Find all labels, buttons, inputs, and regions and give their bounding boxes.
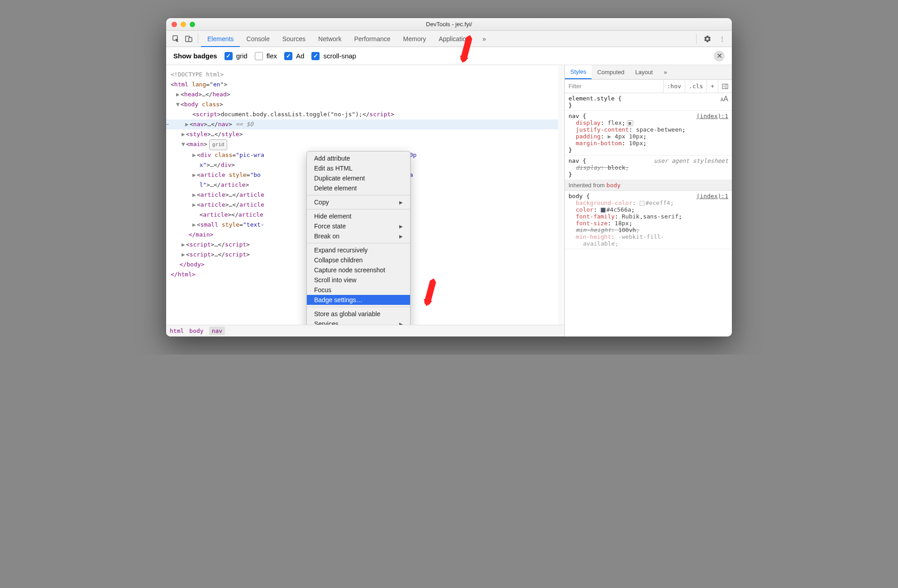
menu-capture-screenshot[interactable]: Capture node screenshot <box>307 265 410 275</box>
checkbox-icon <box>255 52 263 60</box>
ua-label: user agent stylesheet <box>654 157 728 164</box>
inherited-from-header: Inherited from body <box>565 180 732 191</box>
rule-element-style[interactable]: element.style {AA } <box>565 93 732 111</box>
hov-button[interactable]: :hov <box>663 80 685 93</box>
context-menu: Add attribute Edit as HTML Duplicate ele… <box>306 151 411 331</box>
tab-sources[interactable]: Sources <box>276 31 312 47</box>
dom-node[interactable]: <!DOCTYPE html> <box>171 70 563 80</box>
badge-toggle-grid[interactable]: grid <box>224 52 248 60</box>
rule-nav-ua[interactable]: nav {user agent stylesheet display: bloc… <box>565 156 732 180</box>
scrollbar[interactable] <box>558 65 564 325</box>
dom-node[interactable]: ▼<body class> <box>171 100 563 109</box>
more-styles-tabs[interactable]: » <box>658 65 672 79</box>
badges-bar: Show badges grid flex Ad scroll-snap ✕ <box>166 47 732 65</box>
toolbar-divider <box>696 34 697 44</box>
content-area: <!DOCTYPE html> <html lang="en"> ▶<head>… <box>166 65 732 337</box>
checkbox-icon <box>224 52 233 60</box>
dom-node[interactable]: <script>document.body.classList.toggle("… <box>171 109 563 119</box>
arrow-annotation-icon <box>414 279 448 314</box>
menu-separator <box>307 209 410 209</box>
new-rule-button[interactable]: + <box>707 80 718 93</box>
sidebar-toggle-icon[interactable] <box>718 80 732 93</box>
tab-layout[interactable]: Layout <box>630 65 658 79</box>
tab-computed[interactable]: Computed <box>592 65 630 79</box>
tab-console[interactable]: Console <box>240 31 276 47</box>
menu-separator <box>307 243 410 243</box>
breadcrumb-item-active[interactable]: nav <box>209 327 225 335</box>
menu-force-state[interactable]: Force state▶ <box>307 221 410 231</box>
tab-styles[interactable]: Styles <box>565 65 592 79</box>
menu-duplicate-element[interactable]: Duplicate element <box>307 173 410 183</box>
styles-rules: element.style {AA } nav {(index):1 displ… <box>565 93 732 337</box>
rule-body[interactable]: body {(index):1 background-color: #eceff… <box>565 191 732 249</box>
menu-copy[interactable]: Copy▶ <box>307 197 410 207</box>
styles-pane: Styles Computed Layout » Filter :hov .cl… <box>564 65 732 337</box>
color-swatch-icon[interactable] <box>640 201 645 206</box>
cls-button[interactable]: .cls <box>685 80 707 93</box>
checkbox-icon <box>284 52 292 60</box>
badge-label: Ad <box>296 52 304 60</box>
menu-delete-element[interactable]: Delete element <box>307 183 410 193</box>
tab-network[interactable]: Network <box>312 31 348 47</box>
show-badges-label: Show badges <box>173 52 217 60</box>
menu-store-global[interactable]: Store as global variable <box>307 309 410 319</box>
badge-toggle-scroll-snap[interactable]: scroll-snap <box>311 52 356 60</box>
font-size-icon[interactable]: AA <box>721 95 728 103</box>
dom-node[interactable]: ▼<main>grid <box>171 139 563 150</box>
menu-separator <box>307 195 410 195</box>
badge-toggle-flex[interactable]: flex <box>255 52 277 60</box>
tab-performance[interactable]: Performance <box>348 31 396 47</box>
tab-memory[interactable]: Memory <box>397 31 433 47</box>
filter-bar: Filter :hov .cls + <box>565 80 732 93</box>
menu-collapse-children[interactable]: Collapse children <box>307 255 410 265</box>
close-badges-bar-button[interactable]: ✕ <box>714 51 725 62</box>
badge-label: flex <box>267 52 277 60</box>
svg-rect-2 <box>189 38 192 42</box>
source-link[interactable]: (index):1 <box>697 193 728 199</box>
breadcrumb-item[interactable]: html <box>170 327 184 334</box>
menu-hide-element[interactable]: Hide element <box>307 211 410 221</box>
inspect-element-icon[interactable] <box>170 33 182 45</box>
filter-input[interactable]: Filter <box>565 83 663 90</box>
rule-nav[interactable]: nav {(index):1 display: flex;⊞ justify-c… <box>565 111 732 156</box>
chevron-right-icon: ▶ <box>399 224 403 229</box>
grid-badge[interactable]: grid <box>209 139 228 150</box>
tab-application[interactable]: Application <box>432 31 476 47</box>
chevron-right-icon: ▶ <box>399 234 403 239</box>
badge-toggle-ad[interactable]: Ad <box>284 52 304 60</box>
color-swatch-icon[interactable] <box>601 208 606 213</box>
checkbox-icon <box>311 52 320 60</box>
menu-expand-recursively[interactable]: Expand recursively <box>307 245 410 255</box>
badge-label: grid <box>236 52 248 60</box>
kebab-menu-icon[interactable]: ⋮ <box>716 33 728 45</box>
dom-node[interactable]: ▶<head>…</head> <box>171 90 563 100</box>
toolbar-divider <box>198 34 198 44</box>
source-link[interactable]: (index):1 <box>697 113 728 119</box>
window-title: DevTools - jec.fyi/ <box>166 21 732 28</box>
menu-add-attribute[interactable]: Add attribute <box>307 153 410 163</box>
menu-badge-settings[interactable]: Badge settings… <box>307 295 410 305</box>
svg-rect-3 <box>722 84 728 89</box>
badge-label: scroll-snap <box>323 52 356 60</box>
settings-gear-icon[interactable] <box>701 33 714 45</box>
titlebar: DevTools - jec.fyi/ <box>166 18 732 31</box>
menu-break-on[interactable]: Break on▶ <box>307 231 410 241</box>
dom-node-selected[interactable]: ▶<nav>…</nav> == $0 <box>166 119 564 129</box>
styles-tabs: Styles Computed Layout » <box>565 65 732 80</box>
elements-pane: <!DOCTYPE html> <html lang="en"> ▶<head>… <box>166 65 564 337</box>
main-toolbar: Elements Console Sources Network Perform… <box>166 31 732 47</box>
panel-tabs: Elements Console Sources Network Perform… <box>201 31 693 47</box>
menu-separator <box>307 307 410 307</box>
breadcrumb-item[interactable]: body <box>189 327 203 334</box>
menu-edit-as-html[interactable]: Edit as HTML <box>307 163 410 173</box>
breadcrumb: html body nav <box>166 325 564 337</box>
flex-badge-icon[interactable]: ⊞ <box>627 120 633 126</box>
devtools-window: DevTools - jec.fyi/ Elements Console Sou… <box>166 18 732 337</box>
dom-node[interactable]: <html lang="en"> <box>171 80 563 90</box>
tab-elements[interactable]: Elements <box>201 31 240 47</box>
menu-focus[interactable]: Focus <box>307 285 410 295</box>
device-toolbar-icon[interactable] <box>182 33 195 45</box>
menu-scroll-into-view[interactable]: Scroll into view <box>307 275 410 285</box>
more-tabs-button[interactable]: » <box>476 31 492 47</box>
dom-node[interactable]: ▶<style>…</style> <box>171 129 563 139</box>
